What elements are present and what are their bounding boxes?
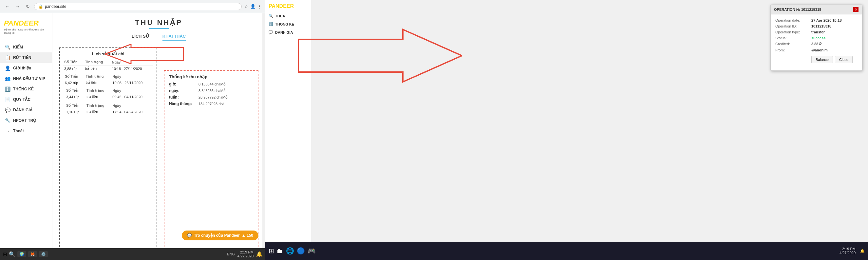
browser-chrome: ← → ↻ 🔒 pandeer.site ☆ 👤 ⋮ bbox=[0, 0, 265, 13]
clock-time: 2:19 PM bbox=[839, 247, 856, 251]
stats-value-tuan: 26.937792 chaMỗi bbox=[198, 95, 228, 100]
clock-date: 4/27/2020 bbox=[839, 251, 856, 255]
red-arrow-annotation bbox=[164, 47, 258, 67]
stats-area: Thống kê thu nhập giờ: 0.160344 chaMỗi n… bbox=[164, 47, 258, 257]
start-right-icon[interactable]: ⊞ bbox=[269, 247, 274, 255]
sidebar-item-nha-dau-tu[interactable]: 👥 NHÀ ĐẦU TƯ VIP bbox=[0, 73, 52, 84]
row2-amount: 6,42 rúp bbox=[64, 80, 84, 86]
table-row: Số Tiền Tình trạng Ngày 3,44 rúp trả tiề… bbox=[63, 86, 153, 101]
col-header-amount: Số Tiền bbox=[63, 59, 84, 65]
forward-button[interactable]: → bbox=[14, 3, 22, 10]
address-bar[interactable]: 🔒 pandeer.site bbox=[34, 3, 242, 10]
row3-status: trả tiền bbox=[85, 94, 111, 100]
tab-lich-su[interactable]: LỊCH SỬ bbox=[132, 34, 149, 41]
dialog-label-from: From: bbox=[775, 48, 811, 52]
chat-button[interactable]: 💬 Trò chuyện của Pandeer ▲ 150 bbox=[182, 230, 258, 240]
stats-row-gio: giờ: 0.160344 chaMỗi bbox=[169, 82, 253, 87]
tabs-bar: LỊCH SỬ KHAI THÁC bbox=[53, 30, 265, 44]
row4-amount: 1,16 rúp bbox=[65, 109, 85, 115]
taskbar-app-chrome[interactable]: 🌍 bbox=[18, 251, 26, 257]
taskbar-left: ⊞ 🔍 🌍 🦊 ⚙️ ENG 2:19 PM 4/27/2020 🔔 bbox=[0, 248, 265, 260]
sidebar-label-thong-ke: THỐNG KÊ bbox=[13, 87, 34, 91]
rut-tien-icon: 📋 bbox=[5, 55, 10, 60]
stats-label-gio: giờ: bbox=[169, 82, 198, 87]
thong-ke-icon: ℹ️ bbox=[5, 87, 10, 92]
row1-amount: 3,88 rúp bbox=[63, 65, 84, 72]
game-icon[interactable]: 🎮 bbox=[308, 247, 316, 255]
refresh-button[interactable]: ↻ bbox=[24, 3, 31, 10]
right-panel: PANDEER 🔍 THUA ℹ️ THONG KE 💬 DANH GIA bbox=[265, 0, 868, 260]
sidebar: PANDEER Độ tin cậy - Đây là chất lượng c… bbox=[0, 13, 53, 260]
sidebar-item-kiem[interactable]: 🔍 KIẾM bbox=[0, 42, 52, 53]
logo-area: PANDEER Độ tin cậy - Đây là chất lượng c… bbox=[0, 17, 52, 39]
table-section: Lịch sử xuất chi Số Tiền Tình trạng Ngày bbox=[59, 47, 157, 257]
balance-button[interactable]: Balance bbox=[811, 56, 833, 63]
sidebar-item-danh-gia[interactable]: 💬 ĐÁNH GIÁ bbox=[0, 105, 52, 115]
sidebar-item-thong-ke[interactable]: ℹ️ THỐNG KÊ bbox=[0, 84, 52, 94]
taskbar-lang: ENG bbox=[227, 252, 235, 256]
dialog-close-button[interactable]: ✕ bbox=[853, 7, 859, 12]
right-panel-arrow bbox=[298, 26, 462, 87]
dialog-value-id: 1011215318 bbox=[811, 24, 831, 28]
col3-header-status: Tình trạng bbox=[85, 88, 111, 93]
browser-panel: ← → ↻ 🔒 pandeer.site ☆ 👤 ⋮ PANDEER Độ ti… bbox=[0, 0, 265, 260]
chrome-icon[interactable]: 🔵 bbox=[297, 247, 305, 255]
back-button[interactable]: ← bbox=[3, 3, 11, 10]
sidebar-item-quy-tac[interactable]: 📄 QUY TẮC bbox=[0, 94, 52, 105]
sidebar-label-quy-tac: QUY TẮC bbox=[13, 97, 30, 102]
dialog-row-credited: Credited: 3.88 ₽ bbox=[775, 42, 857, 46]
dialog-label-date: Operation date: bbox=[775, 18, 811, 22]
start-icon[interactable]: ⊞ bbox=[3, 251, 7, 257]
dialog-label-status: Status: bbox=[775, 36, 811, 40]
sidebar-label-nha-dau-tu: NHÀ ĐẦU TƯ VIP bbox=[13, 76, 45, 81]
browser-icon[interactable]: 🌐 bbox=[286, 247, 294, 255]
close-dialog-button[interactable]: Close bbox=[835, 56, 852, 63]
col3-header-date: Ngày bbox=[111, 88, 151, 93]
page-title-bar: THU NHẬP bbox=[53, 13, 265, 30]
stats-value-thang: 134.207928 chà bbox=[198, 102, 224, 106]
dialog-row-status: Status: success bbox=[775, 36, 857, 40]
dialog-row-from: From: @anonim bbox=[775, 48, 857, 52]
dialog-label-type: Operation type: bbox=[775, 30, 811, 34]
col4-header-status: Tình trạng bbox=[85, 103, 111, 108]
dialog-row-date: Operation date: 27 Apr 2020 10:18 bbox=[775, 18, 857, 22]
search-taskbar-icon[interactable]: 🔍 bbox=[9, 251, 16, 257]
sidebar-item-thoat[interactable]: → Thoát bbox=[0, 126, 52, 136]
sidebar-label-rut-tien: RÚT TIỀN bbox=[13, 55, 31, 60]
tab-khai-thac[interactable]: KHAI THÁC bbox=[162, 34, 186, 41]
taskbar-app-firefox[interactable]: 🦊 bbox=[28, 251, 37, 257]
sidebar-item-hport[interactable]: 🔧 HPORT TRỢ bbox=[0, 115, 52, 126]
col3-header-amount: Số Tiền bbox=[65, 88, 85, 93]
annotation-arrow-svg bbox=[298, 26, 462, 85]
operation-dialog: OPERATION № 1011215318 ✕ Operation date:… bbox=[770, 5, 862, 71]
scroll-bar[interactable] bbox=[262, 13, 265, 260]
row4-date: 17:54 · 04.24.2020 bbox=[111, 109, 151, 115]
kiem-icon: 🔍 bbox=[5, 44, 10, 50]
svg-marker-0 bbox=[105, 44, 183, 64]
sidebar-menu: 🔍 KIẾM 📋 RÚT TIỀN 👤 Giới thiệu 👥 NHÀ ĐẦU… bbox=[0, 39, 52, 260]
user-icon[interactable]: 👤 bbox=[250, 4, 255, 9]
danh-gia-icon: 💬 bbox=[5, 107, 10, 112]
notification-icon[interactable]: 🔔 bbox=[256, 251, 263, 257]
gioi-thieu-icon: 👤 bbox=[5, 65, 10, 71]
taskbar-app-settings[interactable]: ⚙️ bbox=[39, 251, 48, 257]
notify-icon[interactable]: 🔔 bbox=[860, 249, 865, 253]
red-arrow-svg bbox=[105, 44, 190, 64]
stats-row-ngay: ngày: 3,848256 chaMỗi bbox=[169, 89, 253, 93]
row4-status: trả tiền bbox=[85, 109, 111, 115]
sidebar-label-gioi-thieu: Giới thiệu bbox=[13, 66, 31, 70]
menu-icon[interactable]: ⋮ bbox=[257, 4, 262, 9]
star-icon[interactable]: ☆ bbox=[244, 4, 248, 9]
taskbar-clock: 2:19 PM 4/27/2020 bbox=[839, 247, 856, 255]
table-row: Số Tiền Tình trạng Ngày 1,16 rúp trả tiề… bbox=[63, 101, 153, 116]
dialog-row-id: Operation ID: 1011215318 bbox=[775, 24, 857, 28]
table-row: Số Tiền Tình trạng Ngày 6,42 rúp trả tiề… bbox=[63, 72, 153, 86]
url-text: pandeer.site bbox=[45, 4, 66, 9]
sidebar-item-rut-tien[interactable]: 📋 RÚT TIỀN bbox=[0, 53, 52, 63]
row3-amount: 3,44 rúp bbox=[65, 94, 85, 100]
thoat-icon: → bbox=[5, 128, 10, 134]
svg-marker-1 bbox=[298, 30, 462, 82]
main-content: THU NHẬP LỊCH SỬ KHAI THÁC Lịch sử xuất … bbox=[53, 13, 265, 260]
sidebar-item-gioi-thieu[interactable]: 👤 Giới thiệu bbox=[0, 63, 52, 73]
folder-icon[interactable]: 🖿 bbox=[277, 247, 283, 255]
